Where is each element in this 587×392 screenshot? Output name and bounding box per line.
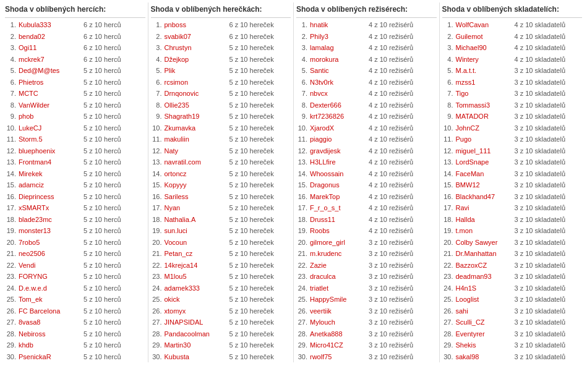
item-username[interactable]: bluephoenix xyxy=(19,146,84,156)
item-username[interactable]: FC Barcelona xyxy=(19,306,84,317)
item-username[interactable]: ortoncz xyxy=(165,169,229,179)
item-username[interactable]: Michael90 xyxy=(456,43,515,53)
item-username[interactable]: rwolf75 xyxy=(310,352,369,362)
item-username[interactable]: Phily3 xyxy=(310,32,369,42)
item-username[interactable]: Martin30 xyxy=(165,340,229,351)
item-username[interactable]: okick xyxy=(165,294,229,305)
item-username[interactable]: Tommassi3 xyxy=(456,100,515,111)
item-username[interactable]: JINAPSIDAL xyxy=(165,317,229,328)
item-username[interactable]: Dexter666 xyxy=(310,100,369,111)
item-username[interactable]: Drnqonovic xyxy=(165,88,229,99)
item-username[interactable]: Druss11 xyxy=(310,215,369,225)
item-username[interactable]: FORYNG xyxy=(19,271,84,282)
item-username[interactable]: Pandacoolman xyxy=(165,329,229,339)
item-username[interactable]: Whoossain xyxy=(310,169,369,179)
item-username[interactable]: Sculli_CZ xyxy=(456,317,515,328)
item-username[interactable]: Nyan xyxy=(165,203,229,213)
item-username[interactable]: Plik xyxy=(165,66,229,76)
item-username[interactable]: piaggio xyxy=(310,134,369,145)
item-username[interactable]: monster13 xyxy=(19,226,84,236)
item-username[interactable]: Kubusta xyxy=(165,352,229,362)
item-username[interactable]: Guilemot xyxy=(456,32,515,42)
item-username[interactable]: navratil.com xyxy=(165,157,229,168)
item-username[interactable]: Kopyyy xyxy=(165,180,229,190)
item-username[interactable]: miguel_111 xyxy=(456,146,515,156)
item-username[interactable]: N3tv0rk xyxy=(310,77,369,88)
item-username[interactable]: 7robo5 xyxy=(19,237,84,248)
item-username[interactable]: Vocoun xyxy=(165,237,229,248)
item-username[interactable]: Nathalia.A xyxy=(165,215,229,225)
item-username[interactable]: Zazie xyxy=(310,260,369,271)
item-username[interactable]: sahi xyxy=(456,306,515,317)
item-username[interactable]: nbvcx xyxy=(310,88,369,99)
item-username[interactable]: makuliin xyxy=(165,134,229,145)
item-username[interactable]: MATADOR xyxy=(456,111,515,122)
item-username[interactable]: adamciz xyxy=(19,180,84,190)
item-username[interactable]: LukeCJ xyxy=(19,123,84,134)
item-username[interactable]: 14krejca14 xyxy=(165,260,229,271)
item-username[interactable]: M1lou5 xyxy=(165,271,229,282)
item-username[interactable]: Kubula333 xyxy=(19,20,84,30)
item-username[interactable]: BazzoxCZ xyxy=(456,260,515,271)
item-username[interactable]: Phietros xyxy=(19,77,84,88)
item-username[interactable]: Dragonus xyxy=(310,180,369,190)
item-username[interactable]: Chrustyn xyxy=(165,43,229,53)
item-username[interactable]: BMW12 xyxy=(456,180,515,190)
item-username[interactable]: Shagrath19 xyxy=(165,111,229,122)
item-username[interactable]: MCTC xyxy=(19,88,84,99)
item-username[interactable]: WolfCavan xyxy=(456,20,515,30)
item-username[interactable]: Anetka888 xyxy=(310,329,369,339)
item-username[interactable]: Blackhand47 xyxy=(456,192,515,202)
item-username[interactable]: H3LLfire xyxy=(310,157,369,168)
item-username[interactable]: Frontman4 xyxy=(19,157,84,168)
item-username[interactable]: H4n1S xyxy=(456,283,515,294)
item-username[interactable]: svabik07 xyxy=(165,32,229,42)
item-username[interactable]: xSMARTx xyxy=(19,203,84,213)
item-username[interactable]: mzss1 xyxy=(456,77,515,88)
item-username[interactable]: D.e.w.e.d xyxy=(19,283,84,294)
item-username[interactable]: hnatik xyxy=(310,20,369,30)
item-username[interactable]: Dieprincess xyxy=(19,192,84,202)
item-username[interactable]: M.a.t.t. xyxy=(456,66,515,76)
item-username[interactable]: MarekTop xyxy=(310,192,369,202)
item-username[interactable]: m.krudenc xyxy=(310,249,369,259)
item-username[interactable]: Mylouch xyxy=(310,317,369,328)
item-username[interactable]: FaceMan xyxy=(456,169,515,179)
item-username[interactable]: HappySmile xyxy=(310,294,369,305)
item-username[interactable]: phob xyxy=(19,111,84,122)
item-username[interactable]: Ollie235 xyxy=(165,100,229,111)
item-username[interactable]: Micro41CZ xyxy=(310,340,369,351)
item-username[interactable]: triatlet xyxy=(310,283,369,294)
item-username[interactable]: Zkumavka xyxy=(165,123,229,134)
item-username[interactable]: Dr.Manhattan xyxy=(456,249,515,259)
item-username[interactable]: neo2506 xyxy=(19,249,84,259)
item-username[interactable]: Tigo xyxy=(456,88,515,99)
item-username[interactable]: Storm.5 xyxy=(19,134,84,145)
item-username[interactable]: Colby Sawyer xyxy=(456,237,515,248)
item-username[interactable]: Sariless xyxy=(165,192,229,202)
item-username[interactable]: 8vasa8 xyxy=(19,317,84,328)
item-username[interactable]: XjarodX xyxy=(310,123,369,134)
item-username[interactable]: Mirekek xyxy=(19,169,84,179)
item-username[interactable]: Ded@M@tes xyxy=(19,66,84,76)
item-username[interactable]: pnboss xyxy=(165,20,229,30)
item-username[interactable]: Vendi xyxy=(19,260,84,271)
item-username[interactable]: xtomyx xyxy=(165,306,229,317)
item-username[interactable]: Shekis xyxy=(456,340,515,351)
item-username[interactable]: Roobs xyxy=(310,226,369,236)
item-username[interactable]: Santic xyxy=(310,66,369,76)
item-username[interactable]: Looglist xyxy=(456,294,515,305)
item-username[interactable]: lamalag xyxy=(310,43,369,53)
item-username[interactable]: JohnCZ xyxy=(456,123,515,134)
item-username[interactable]: veertiik xyxy=(310,306,369,317)
item-username[interactable]: Eventyrer xyxy=(456,329,515,339)
item-username[interactable]: sun.luci xyxy=(165,226,229,236)
item-username[interactable]: LordSnape xyxy=(456,157,515,168)
item-username[interactable]: VanWilder xyxy=(19,100,84,111)
item-username[interactable]: Hallda xyxy=(456,215,515,225)
item-username[interactable]: sakal98 xyxy=(456,352,515,362)
item-username[interactable]: krt7236826 xyxy=(310,111,369,122)
item-username[interactable]: Džejkop xyxy=(165,54,229,65)
item-username[interactable]: blade23mc xyxy=(19,215,84,225)
item-username[interactable]: gravdijesk xyxy=(310,146,369,156)
